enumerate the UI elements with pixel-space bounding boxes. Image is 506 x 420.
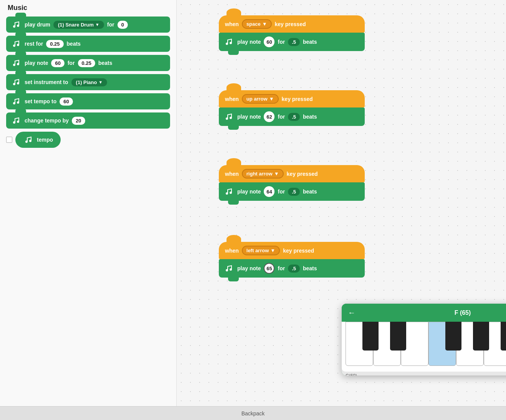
svg-point-6 [13, 83, 15, 85]
right-arrow-dropdown[interactable]: right arrow ▼ [242, 169, 284, 179]
play-note-for: for [68, 60, 75, 66]
music-note-icon-7 [23, 136, 34, 144]
for-text-2: for [278, 114, 285, 120]
up-arrow-label: up arrow [246, 96, 268, 102]
music-icon-action-3 [223, 187, 234, 196]
beats-value-3[interactable]: .5 [288, 188, 300, 196]
tempo-row: tempo [6, 132, 170, 148]
set-tempo-block[interactable]: set tempo to 60 [6, 93, 170, 109]
svg-point-12 [25, 141, 28, 143]
hat-bump-2 [227, 83, 241, 92]
beats-value-4[interactable]: .5 [288, 265, 300, 273]
set-instrument-text: set instrument to [25, 79, 68, 85]
space-hat-block[interactable]: when space ▼ key pressed [219, 15, 365, 33]
up-arrow-hat-block[interactable]: when up arrow ▼ key pressed [219, 90, 365, 107]
piano-header: ← F (65) → [342, 304, 506, 322]
note-value-3[interactable]: 64 [264, 186, 274, 197]
svg-point-21 [230, 268, 232, 271]
space-key-dropdown[interactable]: space ▼ [242, 19, 272, 29]
note-value-4[interactable]: 65 [264, 263, 274, 274]
music-note-icon-4 [11, 78, 21, 86]
space-action-block[interactable]: play note 60 for .5 beats [219, 33, 365, 51]
rest-for-suffix: beats [67, 41, 81, 47]
change-tempo-value[interactable]: 20 [72, 117, 85, 125]
beats-value-1[interactable]: .5 [288, 38, 300, 46]
svg-point-13 [29, 140, 31, 142]
svg-point-20 [226, 269, 228, 271]
up-arrow-group: when up arrow ▼ key pressed play note 62 [219, 90, 365, 126]
left-arrow-dropdown[interactable]: left arrow ▼ [242, 246, 280, 255]
hat-key-pressed-1: key pressed [275, 21, 306, 27]
piano-keys-container: C(60) C(72) [342, 322, 506, 375]
piano-left-arrow-button[interactable]: ← [348, 308, 356, 317]
black-key-cs[interactable] [362, 322, 379, 351]
play-note-action-3: play note [237, 189, 261, 195]
beats-text-1: beats [303, 39, 317, 45]
music-icon-action-4 [223, 264, 234, 273]
play-note-suffix: beats [98, 60, 112, 66]
svg-point-8 [13, 102, 15, 104]
svg-point-9 [17, 101, 19, 104]
canvas-area: when space ▼ key pressed play note 60 [177, 0, 506, 406]
svg-point-15 [230, 42, 232, 44]
play-drum-value[interactable]: 0 [117, 21, 128, 29]
hat-key-pressed-2: key pressed [282, 96, 313, 102]
piano-left-label: C(60) [346, 373, 357, 375]
note-value-2[interactable]: 62 [264, 111, 274, 122]
panel-title: Music [6, 4, 170, 12]
right-arrow-hat-block[interactable]: when right arrow ▼ key pressed [219, 165, 365, 182]
left-arrow-group: when left arrow ▼ key pressed play note … [219, 242, 365, 278]
svg-point-11 [17, 121, 19, 123]
tempo-text: tempo [37, 137, 53, 143]
rest-for-block[interactable]: rest for 0.25 beats [6, 36, 170, 52]
play-note-value2[interactable]: 0.25 [78, 59, 95, 67]
up-arrow-action-block[interactable]: play note 62 for .5 beats [219, 107, 365, 126]
tempo-block[interactable]: tempo [15, 132, 61, 148]
left-arrow-action-block[interactable]: play note 65 for .5 beats [219, 259, 365, 278]
set-instrument-block[interactable]: set instrument to (1) Piano ▼ [6, 74, 170, 90]
black-key-gs[interactable] [473, 322, 489, 351]
svg-point-2 [13, 45, 15, 47]
beats-value-2[interactable]: .5 [288, 113, 300, 121]
set-tempo-value[interactable]: 60 [60, 98, 73, 106]
backpack-label: Backpack [241, 410, 265, 417]
play-drum-block[interactable]: play drum (1) Snare Drum ▼ for 0 [6, 17, 170, 33]
play-drum-dropdown[interactable]: (1) Snare Drum ▼ [53, 21, 104, 29]
music-icon-action-2 [223, 112, 234, 121]
piano-labels: C(60) C(72) [342, 372, 506, 375]
left-arrow-hat-block[interactable]: when left arrow ▼ key pressed [219, 242, 365, 259]
svg-point-4 [13, 64, 15, 66]
hat-bump-4 [227, 235, 241, 243]
up-arrow-dropdown[interactable]: up arrow ▼ [242, 94, 279, 104]
black-key-ds[interactable] [390, 322, 406, 351]
rest-for-value[interactable]: 0.25 [46, 40, 63, 48]
set-instrument-dropdown[interactable]: (1) Piano ▼ [71, 78, 107, 86]
tempo-checkbox[interactable] [6, 137, 12, 143]
svg-point-10 [13, 121, 15, 124]
hat-when-text-3: when [225, 171, 239, 177]
left-panel: Music play drum (1) Snare Drum ▼ for 0 [0, 0, 177, 406]
svg-point-18 [226, 192, 228, 195]
play-drum-for: for [107, 21, 114, 28]
svg-point-17 [230, 117, 232, 119]
svg-point-1 [17, 25, 19, 27]
beats-text-4: beats [303, 265, 317, 271]
note-value-1[interactable]: 60 [264, 36, 274, 47]
play-note-action-1: play note [237, 39, 261, 45]
beats-text-3: beats [303, 189, 317, 195]
black-key-as[interactable] [501, 322, 506, 351]
change-tempo-block[interactable]: change tempo by 20 [6, 112, 170, 129]
play-drum-text: play drum [25, 21, 50, 28]
music-note-icon-2 [11, 40, 21, 48]
svg-point-3 [17, 44, 19, 46]
play-note-block[interactable]: play note 60 for 0.25 beats [6, 55, 170, 71]
svg-point-16 [226, 117, 228, 120]
svg-point-7 [17, 82, 19, 84]
right-arrow-action-block[interactable]: play note 64 for .5 beats [219, 182, 365, 201]
hat-key-pressed-4: key pressed [283, 248, 314, 254]
play-note-action-2: play note [237, 114, 261, 120]
black-key-fs[interactable] [445, 322, 461, 351]
play-note-value1[interactable]: 60 [51, 59, 64, 67]
left-arrow-label: left arrow [246, 248, 269, 253]
piano-title: F (65) [455, 309, 471, 316]
